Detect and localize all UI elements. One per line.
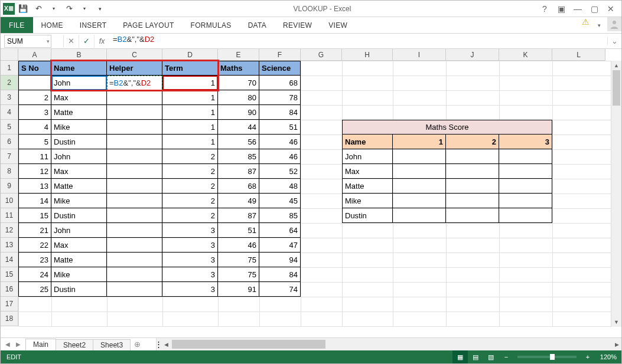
cell-I9[interactable] [393,179,446,194]
scroll-down-arrow[interactable]: ▼ [611,317,621,327]
cell-A2[interactable] [18,76,51,90]
cell-F14[interactable]: 94 [259,252,301,267]
col-header-H[interactable]: H [342,49,393,61]
sheet-tab-sheet2[interactable]: Sheet2 [56,339,93,350]
cell-E11[interactable]: 87 [218,208,259,223]
cell-A10[interactable]: 14 [18,194,51,208]
warning-icon[interactable]: ⚠ [582,17,590,33]
cell-F1[interactable]: Science [259,61,301,76]
row-header-17[interactable]: 17 [1,297,18,311]
scroll-up-arrow[interactable]: ▲ [611,61,621,70]
col-header-E[interactable]: E [218,49,259,61]
cell-E4[interactable]: 90 [218,105,259,120]
scroll-right-arrow[interactable]: ▶ [612,338,621,350]
undo-menu[interactable]: ▾ [47,2,61,16]
tab-view[interactable]: VIEW [320,17,356,33]
cell-E3[interactable]: 80 [218,90,259,105]
zoom-slider[interactable] [517,356,577,358]
cell-C2[interactable]: =B2&","&D2 [107,76,162,90]
cell-E5[interactable]: 44 [218,120,259,135]
cell-K10[interactable] [499,194,552,208]
col-header-C[interactable]: C [107,49,162,61]
cell-D13[interactable]: 3 [162,238,218,252]
redo-menu[interactable]: ▾ [77,2,92,16]
cell-E7[interactable]: 85 [218,149,259,164]
row-header-13[interactable]: 13 [1,238,18,252]
cell-D3[interactable]: 1 [162,90,218,105]
cell-E6[interactable]: 56 [218,135,259,149]
cell-J7[interactable] [446,149,499,164]
maximize-button[interactable]: ▢ [587,3,601,15]
cell-H11[interactable]: Dustin [342,208,393,223]
cell-F9[interactable]: 48 [259,179,301,194]
cell-A6[interactable]: 5 [18,135,51,149]
formula-enter[interactable]: ✓ [79,35,94,48]
cell-F12[interactable]: 64 [259,223,301,238]
cell-B12[interactable]: John [51,223,107,238]
sheet-tab-sheet3[interactable]: Sheet3 [93,339,131,350]
cell-E1[interactable]: Maths [218,61,259,76]
view-page-layout[interactable]: ▤ [468,350,483,363]
row-header-15[interactable]: 15 [1,267,18,282]
cell-D4[interactable]: 1 [162,105,218,120]
cell-B15[interactable]: Mike [51,267,107,282]
close-button[interactable]: ✕ [604,3,618,15]
cell-I11[interactable] [393,208,446,223]
cell-C7[interactable] [107,149,162,164]
select-all-cells[interactable] [1,49,18,61]
help-button[interactable]: ? [538,3,552,15]
cell-J11[interactable] [446,208,499,223]
cell-C16[interactable] [107,282,162,297]
row-header-12[interactable]: 12 [1,223,18,238]
cell-E15[interactable]: 75 [218,267,259,282]
cell-B7[interactable]: John [51,149,107,164]
name-box-dropdown[interactable]: ▾ [47,38,50,44]
cell-F10[interactable]: 45 [259,194,301,208]
cell-C15[interactable] [107,267,162,282]
cell-C6[interactable] [107,135,162,149]
col-header-J[interactable]: J [446,49,499,61]
cell-E10[interactable]: 49 [218,194,259,208]
cell-B2[interactable]: John [51,76,107,90]
cell-D12[interactable]: 3 [162,223,218,238]
cell-C8[interactable] [107,164,162,179]
sheet-nav-prev[interactable]: ◀ [3,340,12,349]
zoom-level[interactable]: 120% [595,353,621,360]
cell-C1[interactable]: Helper [107,61,162,76]
tab-split-handle[interactable]: ⋮ [157,338,160,350]
cell-E9[interactable]: 68 [218,179,259,194]
cell-D14[interactable]: 3 [162,252,218,267]
cell-F11[interactable]: 85 [259,208,301,223]
cell-J9[interactable] [446,179,499,194]
cell-E8[interactable]: 87 [218,164,259,179]
cell-K7[interactable] [499,149,552,164]
cell-D1[interactable]: Term [162,61,218,76]
cell-A3[interactable]: 2 [18,90,51,105]
cell-B8[interactable]: Max [51,164,107,179]
cell-A9[interactable]: 13 [18,179,51,194]
cell-A16[interactable]: 25 [18,282,51,297]
cell-F13[interactable]: 47 [259,238,301,252]
cell-F5[interactable]: 51 [259,120,301,135]
horizontal-scrollbar[interactable]: ⋮ ◀ ▶ [156,338,621,350]
cell-K9[interactable] [499,179,552,194]
row-header-16[interactable]: 16 [1,282,18,297]
row-header-9[interactable]: 9 [1,179,18,194]
col-header-I[interactable]: I [393,49,446,61]
cell-J8[interactable] [446,164,499,179]
col-header-B[interactable]: B [51,49,107,61]
cell-A14[interactable]: 23 [18,252,51,267]
cell-E2[interactable]: 70 [218,76,259,90]
cell-H9[interactable]: Matte [342,179,393,194]
col-header-F[interactable]: F [259,49,301,61]
cell-E12[interactable]: 51 [218,223,259,238]
cell-C11[interactable] [107,208,162,223]
cell-D9[interactable]: 2 [162,179,218,194]
cell-D11[interactable]: 2 [162,208,218,223]
cell-C3[interactable] [107,90,162,105]
cell-C10[interactable] [107,194,162,208]
cell-H10[interactable]: Mike [342,194,393,208]
cell-C13[interactable] [107,238,162,252]
cell-B1[interactable]: Name [51,61,107,76]
cell-E16[interactable]: 91 [218,282,259,297]
